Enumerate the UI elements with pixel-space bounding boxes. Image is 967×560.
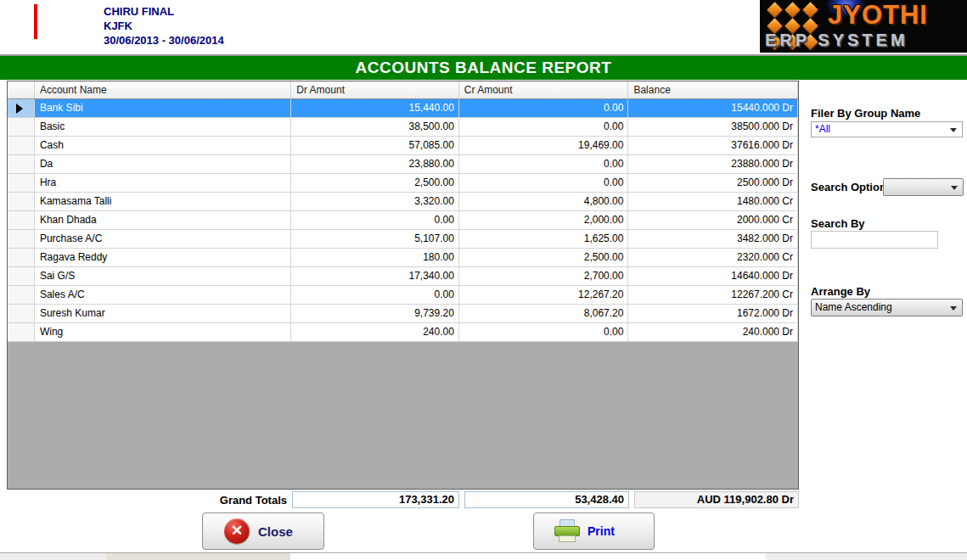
cr-amount-cell: 4,800.00 [459,193,629,210]
accounts-table: Account Name Dr Amount Cr Amount Balance… [7,81,799,490]
table-row[interactable]: Ragava Reddy180.002,500.002320.000 Cr [8,249,798,267]
cr-amount-cell: 1,625.00 [459,230,629,248]
dr-amount-cell: 38,500.00 [291,118,459,136]
balance-cell: 1480.000 Cr [628,193,798,210]
dr-amount-cell: 9,739.20 [291,305,459,322]
row-selector-cell[interactable] [8,211,35,229]
dr-amount-cell: 5,107.00 [291,230,459,248]
dr-amount-cell: 0.00 [291,286,459,304]
balance-cell: 240.000 Dr [628,323,798,341]
balance-cell: 23880.000 Dr [628,155,798,173]
logo-subtitle: ERP SYSTEM [765,31,908,50]
balance-cell: 2000.000 Cr [628,211,798,229]
close-button[interactable]: ✕ Close [202,512,324,550]
account-name-cell: Purchase A/C [35,230,291,248]
grand-total-balance: AUD 119,902.80 Dr [634,491,799,508]
cr-amount-cell: 8,067.20 [459,305,629,322]
table-row[interactable]: Purchase A/C5,107.001,625.003482.000 Dr [8,230,798,249]
accounts-balance-report-window: CHIRU FINAL KJFK 30/06/2013 - 30/06/2014… [0,0,967,560]
row-selector-cell[interactable] [8,193,35,210]
table-grid-body: Bank Sibi15,440.000.0015440.000 DrBasic3… [8,99,798,342]
bottom-window-strip [0,553,967,560]
close-x-icon: ✕ [224,518,250,544]
table-row[interactable]: Kamasama Talli3,320.004,800.001480.000 C… [8,193,798,211]
group-filter-dropdown[interactable]: *All [811,121,963,137]
table-header-row: Account Name Dr Amount Cr Amount Balance [8,81,798,99]
arrange-by-dropdown[interactable]: Name Ascending [811,299,963,316]
dr-amount-cell: 0.00 [291,211,459,229]
dr-amount-cell: 3,320.00 [291,193,459,210]
arrange-by-label: Arrange By [811,285,870,298]
table-row[interactable]: Cash57,085.0019,469.0037616.000 Dr [8,137,798,155]
column-header-balance[interactable]: Balance [628,81,798,98]
account-name-cell: Da [35,155,291,173]
column-header-dr-amount[interactable]: Dr Amount [291,81,459,98]
row-selector-cell[interactable] [8,99,35,117]
search-option-dropdown[interactable] [883,178,964,196]
account-name-cell: Basic [35,118,291,136]
print-button[interactable]: Print [533,512,655,550]
balance-cell: 2500.000 Dr [628,174,798,192]
table-row[interactable]: Hra2,500.000.002500.000 Dr [8,174,798,193]
page-title: ACCOUNTS BALANCE REPORT [0,54,967,80]
account-name-cell: Wing [35,323,291,341]
grand-total-cr: 53,428.40 [464,491,629,508]
balance-cell: 12267.200 Cr [628,286,798,304]
account-name-cell: Cash [35,137,291,154]
account-name-cell: Ragava Reddy [35,249,291,266]
search-by-input[interactable] [811,231,938,249]
dr-amount-cell: 180.00 [291,249,459,266]
print-button-label: Print [588,524,615,538]
row-selector-cell[interactable] [8,230,35,248]
row-selector-cell[interactable] [8,174,35,192]
column-header-cr-amount[interactable]: Cr Amount [459,81,629,98]
red-cursor-mark [34,4,37,39]
table-row[interactable]: Bank Sibi15,440.000.0015440.000 Dr [8,99,798,118]
row-selector-cell[interactable] [8,305,35,322]
company-code: KJFK [104,19,224,33]
chevron-down-icon [951,186,958,190]
chevron-down-icon [950,306,957,311]
row-selector-cell[interactable] [8,286,35,304]
table-row[interactable]: Basic38,500.000.0038500.000 Dr [8,118,798,137]
cr-amount-cell: 2,000.00 [459,211,629,229]
dr-amount-cell: 240.00 [291,323,459,341]
group-filter-value: *All [815,123,830,135]
row-selector-cell[interactable] [8,249,35,266]
chevron-down-icon [950,128,957,132]
cr-amount-cell: 2,500.00 [459,249,629,266]
table-row[interactable]: Khan Dhada0.002,000.002000.000 Cr [8,211,798,230]
column-header-account-name[interactable]: Account Name [35,81,291,98]
dr-amount-cell: 23,880.00 [291,155,459,173]
row-selector-cell[interactable] [8,323,35,341]
cr-amount-cell: 0.00 [459,174,629,192]
table-row[interactable]: Wing240.000.00240.000 Dr [8,323,798,342]
row-selector-cell[interactable] [8,267,35,285]
search-by-label: Search By [811,217,865,230]
grand-total-dr: 173,331.20 [292,491,459,508]
row-selector-cell[interactable] [8,155,35,173]
cr-amount-cell: 0.00 [459,118,629,136]
table-row[interactable]: Suresh Kumar9,739.208,067.201672.000 Dr [8,305,798,323]
balance-cell: 3482.000 Dr [628,230,798,248]
table-row[interactable]: Sai G/S17,340.002,700.0014640.000 Dr [8,267,798,286]
cr-amount-cell: 0.00 [459,99,629,117]
filter-by-group-label: Filer By Group Name [811,107,920,120]
printer-icon [554,519,580,543]
cr-amount-cell: 0.00 [459,155,629,173]
dr-amount-cell: 17,340.00 [291,267,459,285]
grand-totals-label: Grand Totals [7,494,287,507]
report-period: 30/06/2013 - 30/06/2014 [104,33,224,48]
balance-cell: 15440.000 Dr [628,99,798,117]
current-row-arrow-icon [16,104,23,114]
table-corner-header[interactable] [8,81,35,98]
row-selector-cell[interactable] [8,137,35,154]
logo-title: JYOTHI [828,0,928,31]
table-row[interactable]: Da23,880.000.0023880.000 Dr [8,155,798,174]
row-selector-cell[interactable] [8,118,35,136]
cr-amount-cell: 12,267.20 [459,286,629,304]
jyothi-erp-logo: JYOTHI ERP SYSTEM [760,0,967,53]
dr-amount-cell: 57,085.00 [291,137,459,154]
table-row[interactable]: Sales A/C0.0012,267.2012267.200 Cr [8,286,798,305]
cr-amount-cell: 2,700.00 [459,267,629,285]
